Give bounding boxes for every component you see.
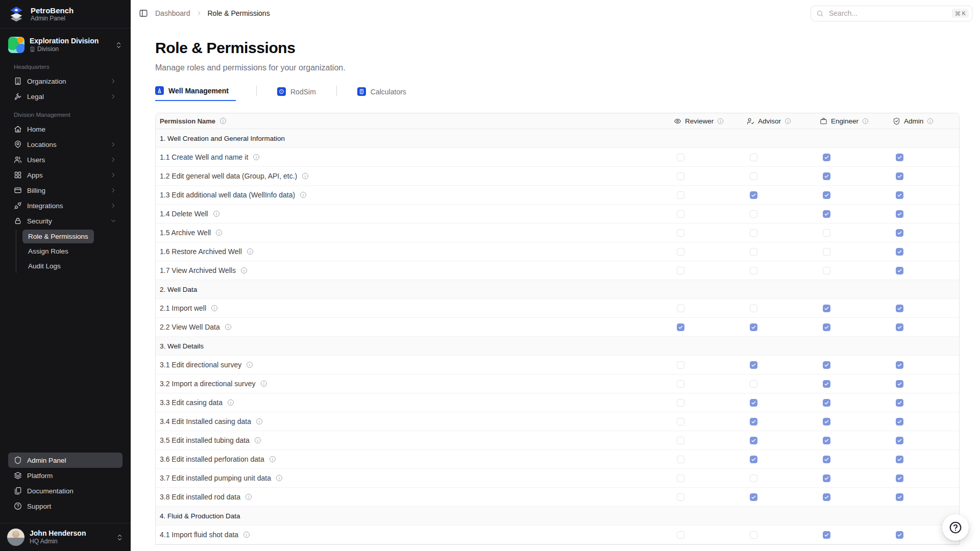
sidebar-subitem-role-permissions[interactable]: Role & Permissions	[22, 230, 94, 243]
checkbox-reviewer[interactable]	[677, 493, 684, 501]
checkbox-advisor[interactable]	[750, 172, 757, 180]
checkbox-admin[interactable]	[896, 493, 903, 501]
checkbox-advisor[interactable]	[750, 323, 757, 331]
checkbox-advisor[interactable]	[750, 474, 757, 482]
checkbox-admin[interactable]	[896, 399, 903, 407]
info-icon[interactable]	[246, 361, 253, 368]
checkbox-admin[interactable]	[896, 380, 903, 388]
checkbox-reviewer[interactable]	[677, 361, 684, 369]
checkbox-admin[interactable]	[896, 154, 903, 161]
checkbox-engineer[interactable]	[823, 380, 830, 388]
sidebar-item-billing[interactable]: Billing	[8, 183, 122, 198]
checkbox-reviewer[interactable]	[677, 474, 684, 482]
info-icon[interactable]	[247, 248, 254, 255]
sidebar-toggle-icon[interactable]	[139, 9, 148, 18]
checkbox-engineer[interactable]	[823, 154, 830, 161]
checkbox-engineer[interactable]	[823, 323, 830, 331]
sidebar-subitem-assign-roles[interactable]: Assign Roles	[22, 244, 74, 258]
info-icon[interactable]	[717, 118, 724, 124]
checkbox-admin[interactable]	[896, 456, 903, 463]
checkbox-advisor[interactable]	[750, 191, 757, 199]
checkbox-advisor[interactable]	[750, 418, 757, 425]
checkbox-reviewer[interactable]	[677, 191, 684, 199]
info-icon[interactable]	[240, 267, 248, 274]
info-icon[interactable]	[215, 229, 223, 236]
checkbox-admin[interactable]	[896, 248, 903, 256]
info-icon[interactable]	[245, 493, 252, 500]
search-input[interactable]	[828, 9, 948, 18]
checkbox-advisor[interactable]	[750, 531, 757, 539]
info-icon[interactable]	[269, 456, 276, 463]
checkbox-admin[interactable]	[896, 305, 903, 312]
sidebar-item-apps[interactable]: Apps	[8, 167, 122, 183]
info-icon[interactable]	[243, 531, 250, 538]
info-icon[interactable]	[256, 418, 263, 425]
sidebar-item-security[interactable]: Security	[8, 213, 122, 229]
checkbox-reviewer[interactable]	[677, 210, 684, 218]
checkbox-admin[interactable]	[896, 437, 903, 444]
checkbox-advisor[interactable]	[750, 248, 757, 256]
checkbox-reviewer[interactable]	[677, 531, 684, 539]
breadcrumb-dashboard[interactable]: Dashboard	[155, 9, 190, 17]
checkbox-advisor[interactable]	[750, 210, 757, 218]
checkbox-advisor[interactable]	[750, 305, 757, 312]
info-icon[interactable]	[225, 323, 232, 331]
user-menu[interactable]: John Henderson HQ Admin	[0, 523, 131, 551]
search-box[interactable]: K	[811, 6, 972, 21]
checkbox-engineer[interactable]	[823, 474, 830, 482]
sidebar-item-legal[interactable]: Legal	[8, 89, 122, 104]
checkbox-engineer[interactable]	[823, 456, 830, 463]
sidebar-item-admin-panel[interactable]: Admin Panel	[8, 453, 122, 468]
checkbox-advisor[interactable]	[750, 229, 757, 237]
sidebar-item-locations[interactable]: Locations	[8, 137, 122, 152]
info-icon[interactable]	[213, 210, 220, 217]
checkbox-engineer[interactable]	[823, 399, 830, 407]
checkbox-admin[interactable]	[896, 267, 903, 274]
checkbox-engineer[interactable]	[823, 437, 830, 444]
checkbox-admin[interactable]	[896, 191, 903, 199]
checkbox-advisor[interactable]	[750, 361, 757, 369]
checkbox-engineer[interactable]	[823, 418, 830, 425]
sidebar-item-documentation[interactable]: Documentation	[8, 483, 122, 498]
checkbox-admin[interactable]	[896, 229, 903, 237]
checkbox-reviewer[interactable]	[677, 248, 684, 256]
checkbox-admin[interactable]	[896, 172, 903, 180]
info-icon[interactable]	[254, 437, 261, 444]
checkbox-admin[interactable]	[896, 323, 903, 331]
sidebar-item-home[interactable]: Home	[8, 121, 122, 137]
tab-well-management[interactable]: Well Management	[155, 86, 236, 101]
sidebar-item-organization[interactable]: Organization	[8, 73, 122, 89]
checkbox-advisor[interactable]	[750, 267, 757, 274]
checkbox-engineer[interactable]	[823, 229, 830, 237]
checkbox-engineer[interactable]	[823, 210, 830, 218]
checkbox-advisor[interactable]	[750, 380, 757, 388]
info-icon[interactable]	[211, 305, 218, 312]
workspace-switcher[interactable]: Exploration Division Division	[4, 34, 127, 56]
checkbox-admin[interactable]	[896, 531, 903, 539]
checkbox-advisor[interactable]	[750, 399, 757, 407]
checkbox-advisor[interactable]	[750, 437, 757, 444]
sidebar-item-support[interactable]: Support	[8, 498, 122, 514]
checkbox-admin[interactable]	[896, 361, 903, 369]
sidebar-item-platform[interactable]: Platform	[8, 468, 122, 483]
checkbox-admin[interactable]	[896, 210, 903, 218]
checkbox-reviewer[interactable]	[677, 323, 684, 331]
checkbox-reviewer[interactable]	[677, 399, 684, 407]
checkbox-reviewer[interactable]	[677, 172, 684, 180]
info-icon[interactable]	[785, 118, 791, 124]
checkbox-reviewer[interactable]	[677, 418, 684, 425]
checkbox-admin[interactable]	[896, 418, 903, 425]
info-icon[interactable]	[862, 118, 869, 124]
checkbox-reviewer[interactable]	[677, 154, 684, 161]
info-icon[interactable]	[300, 191, 307, 198]
info-icon[interactable]	[227, 399, 234, 406]
checkbox-advisor[interactable]	[750, 154, 757, 161]
checkbox-reviewer[interactable]	[677, 456, 684, 463]
info-icon[interactable]	[927, 118, 934, 124]
checkbox-advisor[interactable]	[750, 493, 757, 501]
info-icon[interactable]	[219, 117, 227, 124]
checkbox-engineer[interactable]	[823, 248, 830, 256]
checkbox-engineer[interactable]	[823, 305, 830, 312]
checkbox-engineer[interactable]	[823, 361, 830, 369]
checkbox-reviewer[interactable]	[677, 267, 684, 274]
